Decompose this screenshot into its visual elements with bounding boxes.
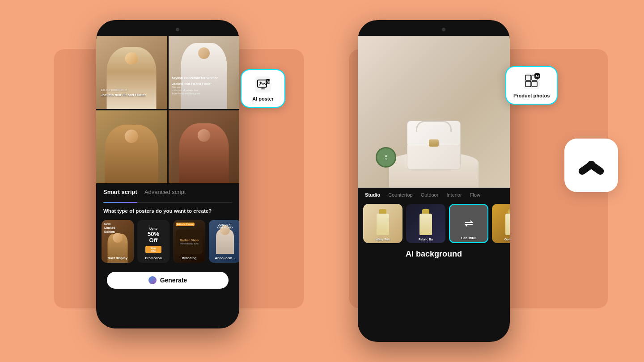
preset-label-beautiful: Beautiful — [450, 236, 487, 240]
product-image-area: 12⏱ — [358, 36, 510, 188]
right-phone-notch — [416, 25, 452, 34]
cat-card-product-display[interactable]: NewLimitedEdition duct display — [102, 220, 134, 263]
svg-text:Ai: Ai — [267, 80, 270, 84]
image-caption-top-right: Stylish Collection for Women Jackets tha… — [172, 76, 236, 95]
style-tab-flow[interactable]: Flow — [470, 192, 480, 198]
left-phone-screen: See our collection of Jackets that Fit a… — [96, 20, 239, 328]
product-photos-label: Product photos — [513, 93, 550, 98]
preset-label-wavy: Wavy Fab — [363, 238, 402, 241]
preset-label-fabric: Fabric Ba — [406, 238, 445, 241]
image-grid: See our collection of Jackets that Fit a… — [96, 36, 239, 183]
camera-dot — [176, 28, 179, 31]
preset-wavy-fab[interactable]: Wavy Fab — [363, 204, 402, 243]
style-tabs-row: Studio Countertop Outdoor Interior Flow — [358, 188, 510, 202]
left-phone: See our collection of Jackets that Fit a… — [96, 20, 239, 328]
question-text: What type of posters do you want to crea… — [103, 207, 232, 215]
cat-label-branding: Branding — [173, 256, 205, 260]
right-camera-dot — [442, 28, 445, 31]
ai-poster-badge[interactable]: Ai AI poster — [241, 69, 285, 108]
grid-image-top-left: See our collection of Jackets that Fit a… — [96, 36, 167, 109]
style-tab-outdoor[interactable]: Outdoor — [421, 192, 439, 198]
shuffle-icon: ⇌ — [464, 217, 473, 230]
grid-image-bot-left — [96, 110, 167, 184]
svg-point-2 — [260, 82, 261, 83]
preset-golden-li[interactable]: Golden Li — [492, 204, 510, 243]
cat-card-branding[interactable]: Editor's Choice Barber ShopProfessional … — [173, 220, 205, 263]
tab-advanced-script[interactable]: Advanced script — [144, 189, 186, 199]
cat-label-promotion: Promotion — [137, 256, 169, 260]
preset-beautiful[interactable]: ⇌ Beautiful — [449, 204, 488, 243]
editors-choice-badge: Editor's Choice — [176, 223, 195, 226]
product-photos-icon: Ai — [523, 72, 541, 90]
generate-icon — [148, 276, 157, 284]
generate-button[interactable]: Generate — [107, 272, 229, 289]
category-row: NewLimitedEdition duct display Up to 50%… — [96, 220, 239, 268]
phone-notch — [150, 25, 186, 34]
cat-card-promotion[interactable]: Up to 50% Off Shop Now Promotion — [137, 220, 169, 263]
ai-background-title: AI background — [358, 247, 510, 263]
grid-image-top-right: Stylish Collection for Women Jackets tha… — [169, 36, 240, 109]
preset-fabric-ba[interactable]: Fabric Ba — [406, 204, 445, 243]
preset-label-golden: Golden Li — [492, 238, 510, 241]
app-icon[interactable] — [564, 139, 618, 192]
right-phone-screen: 12⏱ Studio Countertop Outdoor Interior F… — [358, 20, 510, 342]
style-tab-studio[interactable]: Studio — [365, 192, 380, 198]
ai-poster-icon: Ai — [254, 76, 272, 93]
ai-poster-label: AI poster — [252, 96, 274, 101]
grid-image-bot-right — [169, 110, 240, 184]
tab-smart-script[interactable]: Smart script — [103, 189, 137, 199]
generate-text: Generate — [160, 277, 187, 284]
image-caption-top-left: See our collection of Jackets that Fit a… — [101, 88, 146, 97]
svg-text:Ai: Ai — [535, 74, 539, 78]
cat-card-announcement[interactable]: JOIN US ATOUR STUDIO Annoucem... — [209, 220, 239, 263]
cat-label-announcement: Annoucem... — [209, 256, 239, 260]
cat-label-product: duct display — [102, 256, 134, 260]
tab-section: Smart script Advanced script What type o… — [96, 183, 239, 215]
style-tab-interior[interactable]: Interior — [446, 192, 462, 198]
product-photos-badge[interactable]: Ai Product photos — [505, 66, 558, 105]
tabs-row: Smart script Advanced script — [103, 189, 232, 203]
right-phone: 12⏱ Studio Countertop Outdoor Interior F… — [358, 20, 510, 342]
style-tab-countertop[interactable]: Countertop — [388, 192, 412, 198]
preset-row: Wavy Fab Fabric Ba ⇌ Beautiful Golden Li — [358, 202, 510, 247]
